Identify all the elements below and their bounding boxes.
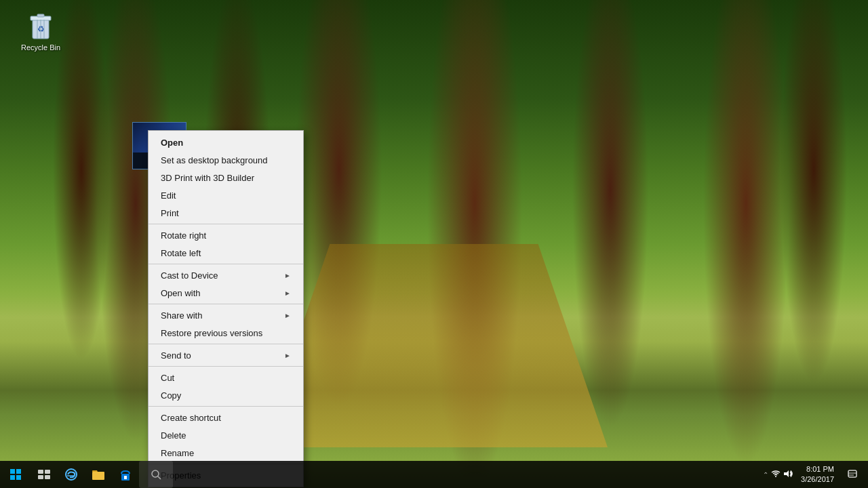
start-button[interactable] bbox=[0, 461, 31, 488]
tray-chevron[interactable]: ⌃ bbox=[763, 471, 768, 479]
separator-1 bbox=[149, 224, 303, 224]
svg-line-17 bbox=[158, 476, 161, 479]
menu-item-create-shortcut[interactable]: Create shortcut bbox=[149, 409, 303, 426]
svg-rect-7 bbox=[38, 470, 43, 474]
system-tray: ⌃ 8:01 bbox=[763, 461, 868, 488]
menu-item-rotate-right[interactable]: Rotate right bbox=[149, 226, 303, 244]
svg-rect-13 bbox=[92, 472, 104, 480]
notification-center-icon[interactable] bbox=[842, 461, 863, 488]
tray-icons: ⌃ bbox=[763, 470, 793, 480]
menu-item-share-with[interactable]: Share with ► bbox=[149, 306, 303, 324]
recycle-bin-label: Recycle Bin bbox=[21, 43, 60, 52]
menu-item-delete[interactable]: Delete bbox=[149, 426, 303, 444]
menu-item-copy[interactable]: Copy bbox=[149, 386, 303, 404]
tray-network-icon[interactable] bbox=[771, 470, 781, 480]
menu-item-set-desktop-bg[interactable]: Set as desktop background bbox=[149, 151, 303, 169]
svg-point-16 bbox=[152, 470, 159, 477]
submenu-arrow-cast: ► bbox=[284, 272, 291, 279]
menu-item-cast-to-device[interactable]: Cast to Device ► bbox=[149, 266, 303, 284]
menu-item-rotate-left[interactable]: Rotate left bbox=[149, 244, 303, 262]
svg-rect-19 bbox=[848, 470, 856, 477]
system-clock[interactable]: 8:01 PM 3/26/2017 bbox=[795, 464, 840, 485]
task-view-button[interactable] bbox=[31, 461, 58, 488]
menu-item-rename[interactable]: Rename bbox=[149, 444, 303, 462]
desktop: ♻ Recycle Bin windowhero... Open Set as … bbox=[0, 0, 868, 488]
separator-2 bbox=[149, 264, 303, 264]
menu-item-cut[interactable]: Cut bbox=[149, 369, 303, 386]
file-explorer-icon[interactable] bbox=[85, 461, 112, 488]
menu-item-restore-previous[interactable]: Restore previous versions bbox=[149, 324, 303, 342]
separator-6 bbox=[149, 406, 303, 407]
menu-item-open-with[interactable]: Open with ► bbox=[149, 284, 303, 302]
clock-date: 3/26/2017 bbox=[801, 474, 834, 485]
clock-time: 8:01 PM bbox=[801, 464, 834, 474]
menu-item-send-to[interactable]: Send to ► bbox=[149, 346, 303, 364]
windows-logo-icon bbox=[10, 469, 21, 480]
context-menu: Open Set as desktop background 3D Print … bbox=[148, 130, 304, 487]
svg-rect-10 bbox=[45, 475, 50, 479]
submenu-arrow-share-with: ► bbox=[284, 312, 291, 319]
menu-item-print[interactable]: Print bbox=[149, 204, 303, 222]
separator-3 bbox=[149, 304, 303, 304]
svg-rect-15 bbox=[124, 476, 127, 479]
tray-volume-icon[interactable] bbox=[783, 470, 793, 480]
separator-5 bbox=[149, 366, 303, 367]
separator-4 bbox=[149, 344, 303, 344]
submenu-arrow-send-to: ► bbox=[284, 352, 291, 359]
svg-marker-18 bbox=[784, 470, 789, 477]
menu-item-edit[interactable]: Edit bbox=[149, 186, 303, 204]
recycle-bin-icon[interactable]: ♻ Recycle Bin bbox=[17, 10, 64, 52]
edge-icon[interactable] bbox=[58, 461, 85, 488]
submenu-arrow-open-with: ► bbox=[284, 289, 291, 297]
taskbar: ⌃ 8:01 bbox=[0, 461, 868, 488]
svg-rect-8 bbox=[45, 470, 50, 474]
menu-item-open[interactable]: Open bbox=[149, 134, 303, 151]
svg-rect-9 bbox=[38, 475, 43, 479]
svg-rect-2 bbox=[37, 14, 44, 17]
menu-item-3d-print[interactable]: 3D Print with 3D Builder bbox=[149, 169, 303, 186]
cortana-search-icon[interactable] bbox=[139, 461, 173, 488]
store-icon[interactable] bbox=[112, 461, 139, 488]
